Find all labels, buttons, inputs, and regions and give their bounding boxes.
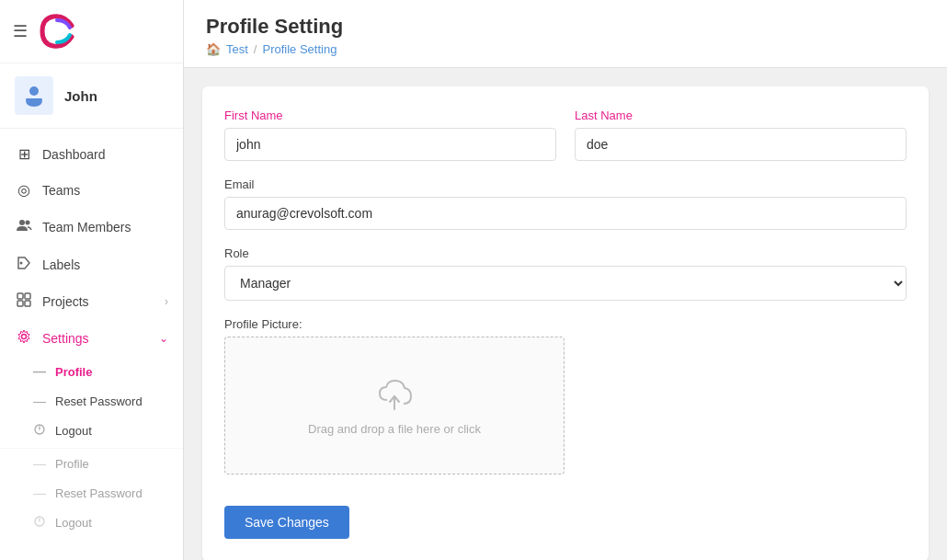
settings-arrow: ⌄ (159, 332, 168, 345)
breadcrumb-separator: / (254, 42, 257, 56)
hamburger-icon[interactable]: ☰ (13, 21, 28, 41)
sidebar-item-teams[interactable]: ◎ Teams (0, 172, 183, 208)
svg-point-5 (20, 262, 23, 265)
sidebar-item-label: Labels (42, 257, 168, 272)
svg-point-1 (29, 86, 39, 96)
nav-section: ⊞ Dashboard ◎ Teams Team Members (0, 129, 183, 560)
sidebar-item-settings[interactable]: Settings ⌄ (0, 320, 183, 357)
sidebar-item-label: Team Members (42, 220, 168, 234)
sidebar-sub2-logout[interactable]: Logout (0, 508, 183, 538)
sidebar-item-label: Teams (42, 183, 168, 198)
upload-cloud-icon (371, 376, 417, 413)
main-content: Profile Setting 🏠 Test / Profile Setting… (184, 0, 947, 560)
svg-point-4 (26, 221, 30, 225)
page-header: Profile Setting 🏠 Test / Profile Setting (184, 0, 947, 68)
breadcrumb-test-link[interactable]: Test (226, 42, 248, 56)
first-name-input[interactable] (224, 128, 556, 161)
profile-picture-row: Profile Picture: Drag and drop a file he… (224, 317, 907, 474)
role-select[interactable]: Manager Developer Designer Admin (224, 266, 907, 301)
user-profile-section: John (0, 63, 183, 129)
profile-form: First Name Last Name Email Role Manager … (202, 86, 929, 560)
sidebar-sub-item-reset-password[interactable]: — Reset Password (0, 386, 183, 416)
sidebar-item-labels[interactable]: Labels (0, 246, 183, 283)
projects-arrow: › (165, 295, 168, 308)
sidebar-sub-label: Reset Password (55, 486, 143, 500)
sidebar-item-label: Projects (42, 294, 165, 309)
profile-picture-label: Profile Picture: (224, 317, 907, 331)
sidebar-sub-section-2: — Profile — Reset Password Logout (0, 448, 183, 538)
svg-point-10 (22, 335, 27, 339)
svg-rect-6 (17, 293, 23, 299)
teams-icon: ◎ (15, 181, 33, 199)
breadcrumb-current: Profile Setting (262, 42, 337, 56)
sidebar-item-label: Settings (42, 331, 159, 346)
sub-dash-icon: — (33, 364, 46, 379)
home-icon: 🏠 (206, 42, 221, 56)
sub-dash-icon (33, 423, 46, 439)
role-row: Role Manager Developer Designer Admin (224, 246, 907, 301)
sidebar: ☰ John ⊞ Dashboard ◎ Team (0, 0, 184, 560)
avatar (15, 76, 53, 115)
sub-dash-icon (33, 515, 46, 531)
sidebar-item-dashboard[interactable]: ⊞ Dashboard (0, 136, 183, 172)
last-name-input[interactable] (575, 128, 907, 161)
sidebar-sub-label: Profile (55, 457, 89, 471)
labels-icon (15, 256, 33, 274)
svg-rect-2 (26, 98, 42, 100)
sidebar-item-team-members[interactable]: Team Members (0, 208, 183, 246)
sidebar-sub2-profile[interactable]: — Profile (0, 449, 183, 478)
sidebar-sub-item-logout[interactable]: Logout (0, 416, 183, 446)
role-group: Role Manager Developer Designer Admin (224, 246, 907, 301)
sub-dash-icon: — (33, 456, 46, 471)
svg-rect-8 (17, 301, 23, 306)
sub-dash-icon: — (33, 486, 46, 500)
breadcrumb: 🏠 Test / Profile Setting (206, 42, 925, 56)
email-group: Email (224, 177, 907, 230)
first-name-group: First Name (224, 109, 556, 161)
sidebar-item-projects[interactable]: Projects › (0, 283, 183, 320)
sidebar-sub-label: Logout (55, 516, 92, 530)
sub-dash-icon: — (33, 394, 46, 408)
email-input[interactable] (224, 197, 907, 230)
sidebar-header: ☰ (0, 0, 183, 63)
user-name: John (64, 88, 97, 104)
last-name-label: Last Name (575, 109, 907, 122)
dashboard-icon: ⊞ (15, 145, 33, 163)
avatar-icon (21, 83, 47, 109)
logo-icon (37, 11, 77, 51)
file-upload-area[interactable]: Drag and drop a file here or click (224, 337, 565, 474)
svg-rect-9 (25, 301, 30, 306)
upload-text: Drag and drop a file here or click (308, 422, 481, 436)
sidebar-sub-label: Reset Password (55, 394, 143, 408)
last-name-group: Last Name (575, 109, 907, 161)
email-label: Email (224, 177, 907, 191)
save-button[interactable]: Save Changes (224, 506, 349, 539)
sidebar-sub-label: Profile (55, 365, 92, 379)
sidebar-sub-label: Logout (55, 424, 92, 438)
sidebar-item-label: Dashboard (42, 147, 168, 162)
svg-point-3 (19, 220, 25, 225)
first-name-label: First Name (224, 109, 556, 122)
email-row: Email (224, 177, 907, 230)
name-row: First Name Last Name (224, 109, 907, 161)
role-label: Role (224, 246, 907, 260)
team-members-icon (15, 217, 33, 237)
profile-picture-group: Profile Picture: Drag and drop a file he… (224, 317, 907, 474)
sidebar-sub2-reset-password[interactable]: — Reset Password (0, 478, 183, 508)
page-title: Profile Setting (206, 15, 925, 39)
projects-icon (15, 292, 33, 311)
settings-icon (15, 329, 33, 348)
sidebar-sub-item-profile[interactable]: — Profile (0, 357, 183, 386)
svg-rect-7 (25, 293, 30, 299)
